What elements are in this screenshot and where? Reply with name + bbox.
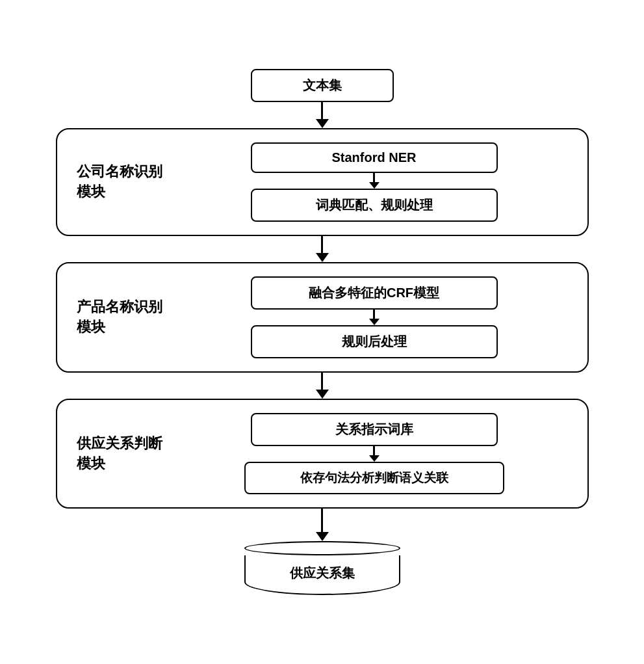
dep-syntax-box: 依存句法分析判断语义关联: [244, 462, 504, 494]
drum-label: 供应关系集: [290, 566, 355, 580]
drum-body: 供应关系集: [244, 555, 400, 595]
inner-arrow-3: [369, 446, 380, 462]
output-drum: 供应关系集: [244, 541, 400, 595]
relation-dict-box: 关系指示词库: [251, 413, 498, 446]
module-company-content: Stanford NER 词典匹配、规则处理: [174, 142, 574, 222]
module-supply-content: 关系指示词库 依存句法分析判断语义关联: [174, 413, 574, 494]
dict-match-box: 词典匹配、规则处理: [251, 189, 498, 222]
arrow-3: [316, 373, 329, 399]
stanford-ner-box: Stanford NER: [251, 142, 498, 173]
module-supply: 供应关系判断模块 关系指示词库 依存句法分析判断语义关联: [56, 399, 589, 509]
top-box: 文本集: [251, 69, 394, 102]
module-company-label: 公司名称识别模块: [70, 162, 174, 202]
inner-arrow-2: [369, 310, 380, 325]
flowchart: 文本集 公司名称识别模块 Stanford NER 词典匹配、规则处理 产品名称…: [30, 56, 615, 608]
module-product: 产品名称识别模块 融合多特征的CRF模型 规则后处理: [56, 262, 589, 373]
drum-top: [244, 541, 400, 555]
arrow-4: [316, 509, 329, 541]
module-product-content: 融合多特征的CRF模型 规则后处理: [174, 276, 574, 358]
crf-model-box: 融合多特征的CRF模型: [251, 276, 498, 310]
inner-arrow-1: [369, 173, 380, 189]
module-supply-label: 供应关系判断模块: [70, 434, 174, 474]
rule-post-box: 规则后处理: [251, 325, 498, 358]
module-product-label: 产品名称识别模块: [70, 297, 174, 338]
module-company: 公司名称识别模块 Stanford NER 词典匹配、规则处理: [56, 128, 589, 236]
arrow-1: [316, 102, 329, 128]
arrow-2: [316, 236, 329, 262]
